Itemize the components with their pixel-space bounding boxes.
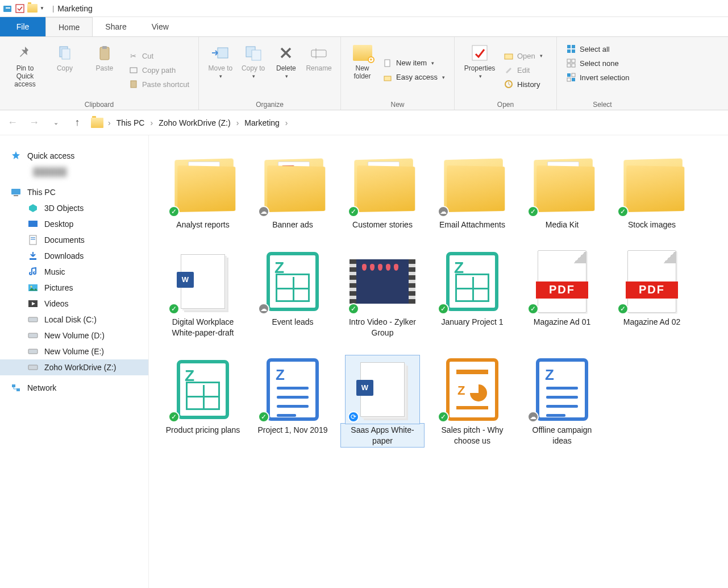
edit-button[interactable]: Edit — [501, 64, 545, 76]
crumb-sep[interactable]: › — [236, 118, 239, 127]
sidebar-item[interactable]: Local Disk (C:) — [0, 312, 148, 328]
sidebar-item[interactable]: Desktop — [0, 216, 148, 232]
sidebar-network[interactable]: Network — [0, 380, 148, 396]
file-item[interactable]: Z✓Sales pitch - Why choose us — [430, 355, 515, 448]
svg-rect-23 — [567, 59, 571, 63]
item-thumbnail: ✓ — [166, 355, 240, 424]
invert-selection-button[interactable]: Invert selection — [564, 71, 631, 84]
file-item[interactable]: ✓Intro Video - Zylker Group — [340, 247, 425, 339]
sidebar-item[interactable]: Pictures — [0, 280, 148, 296]
paste-button[interactable]: Paste — [86, 40, 123, 100]
qa-customize-caret[interactable]: ▼ — [40, 6, 44, 11]
move-to-button[interactable]: Move to▾ — [206, 40, 235, 100]
folder-item[interactable]: ✓Media Kit — [519, 150, 605, 231]
sidebar-blurred-item[interactable]: ██████ — [0, 164, 148, 180]
drive-icon — [27, 219, 39, 229]
sidebar-item[interactable]: Music — [0, 264, 148, 280]
new-item-label: New item — [396, 59, 427, 67]
file-item[interactable]: ⟳Saas Apps White-paper — [340, 355, 425, 448]
copy-label: Copy — [57, 64, 73, 72]
content-pane[interactable]: ✓Analyst reports☁Banner ads✓Customer sto… — [149, 135, 728, 588]
item-thumbnail: ✓ — [346, 150, 419, 218]
paste-shortcut-button[interactable]: Paste shortcut — [126, 78, 192, 90]
sidebar-item[interactable]: Documents — [0, 232, 148, 248]
nav-up-button[interactable]: ↑ — [69, 115, 85, 131]
sync-ok-icon: ✓ — [438, 303, 449, 314]
svg-rect-16 — [472, 45, 487, 60]
open-label: Open — [517, 52, 535, 60]
paste-shortcut-label: Paste shortcut — [142, 80, 189, 89]
item-name: Banner ads — [270, 218, 315, 231]
pc-icon — [10, 187, 22, 197]
history-button[interactable]: History — [501, 78, 545, 90]
tab-share[interactable]: Share — [93, 17, 139, 36]
group-label-new: New — [348, 100, 447, 109]
sidebar-item[interactable]: New Volume (E:) — [0, 343, 148, 359]
select-none-button[interactable]: Select none — [564, 57, 631, 69]
item-name: Digital Workplace White-paper-draft — [161, 316, 244, 339]
new-folder-button[interactable]: ✦ New folder — [348, 40, 377, 100]
nav-recent-dropdown[interactable]: ⌄ — [48, 115, 64, 131]
folder-item[interactable]: ✓Customer stories — [340, 150, 425, 231]
sidebar-this-pc[interactable]: This PC — [0, 184, 148, 200]
drive-icon — [27, 203, 39, 213]
group-label-clipboard: Clipboard — [7, 100, 192, 109]
open-button[interactable]: Open▾ — [501, 49, 545, 62]
file-item[interactable]: ✓January Project 1 — [430, 247, 515, 339]
nav-back-button[interactable]: ← — [5, 115, 20, 131]
sidebar-item[interactable]: 3D Objects — [0, 200, 148, 216]
crumb-workdrive[interactable]: Zoho WorkDrive (Z:) — [156, 117, 233, 129]
folder-item[interactable]: ✓Analyst reports — [160, 150, 246, 231]
properties-button[interactable]: Properties▾ — [461, 40, 498, 100]
sidebar-quick-access[interactable]: Quick access — [0, 148, 148, 164]
sidebar-label: Desktop — [44, 220, 73, 229]
item-name: Offline campaign ideas — [521, 424, 604, 448]
file-item[interactable]: ✓Project 1, Nov 2019 — [250, 355, 335, 448]
item-thumbnail: Z✓ — [435, 355, 509, 424]
svg-rect-4 — [62, 49, 70, 59]
file-item[interactable]: ☁Event leads — [250, 247, 335, 339]
file-item[interactable]: ✓Digital Workplace White-paper-draft — [160, 247, 246, 339]
crumb-sep[interactable]: › — [285, 118, 288, 127]
nav-forward-button[interactable]: → — [26, 115, 42, 131]
copy-to-button[interactable]: Copy to▾ — [239, 40, 268, 100]
sidebar-label: Pictures — [44, 283, 73, 292]
crumb-this-pc[interactable]: This PC — [114, 117, 147, 129]
folder-item[interactable]: ☁Email Attachments — [430, 150, 515, 231]
item-thumbnail: ☁ — [256, 247, 330, 316]
qa-prop-icon[interactable] — [15, 3, 25, 14]
cut-button[interactable]: ✂Cut — [126, 49, 192, 62]
rename-button[interactable]: Rename — [304, 40, 334, 100]
pin-quick-access-button[interactable]: Pin to Quick access — [7, 40, 43, 100]
edit-icon — [504, 65, 514, 75]
sidebar-item[interactable]: New Volume (D:) — [0, 328, 148, 343]
folder-item[interactable]: ✓Stock images — [609, 150, 694, 231]
crumb-marketing[interactable]: Marketing — [242, 117, 281, 129]
file-item[interactable]: PDF✓Magazine Ad 01 — [519, 247, 605, 339]
new-item-button[interactable]: New item▾ — [380, 57, 447, 69]
copy-button[interactable]: Copy — [47, 40, 83, 100]
file-item[interactable]: ✓Product pricing plans — [160, 355, 246, 448]
file-item[interactable]: ☁Offline campaign ideas — [519, 355, 605, 448]
sidebar-item[interactable]: Videos — [0, 296, 148, 312]
easy-access-button[interactable]: Easy access▾ — [380, 71, 447, 84]
sync-ok-icon: ✓ — [438, 411, 449, 423]
crumb-sep[interactable]: › — [108, 118, 111, 127]
delete-button[interactable]: Delete▾ — [272, 40, 301, 100]
address-bar[interactable]: › This PC › Zoho WorkDrive (Z:) › Market… — [91, 117, 723, 129]
sidebar-item[interactable]: Zoho WorkDrive (Z:) — [0, 359, 148, 375]
folder-item[interactable]: ☁Banner ads — [250, 150, 335, 231]
rename-icon — [309, 43, 329, 63]
crumb-sep[interactable]: › — [150, 118, 153, 127]
sidebar-label: Network — [27, 383, 56, 392]
sidebar-item[interactable]: Downloads — [0, 248, 148, 264]
select-all-button[interactable]: Select all — [564, 43, 631, 55]
cut-label: Cut — [142, 52, 153, 60]
tab-view[interactable]: View — [139, 17, 181, 36]
item-thumbnail: ☁ — [435, 150, 509, 218]
file-item[interactable]: PDF✓Magazine Ad 02 — [609, 247, 694, 339]
tab-home[interactable]: Home — [45, 17, 93, 36]
group-select: Select all Select none Invert selection … — [557, 37, 648, 110]
copy-path-button[interactable]: Copy path — [126, 64, 192, 76]
tab-file[interactable]: File — [0, 17, 45, 36]
